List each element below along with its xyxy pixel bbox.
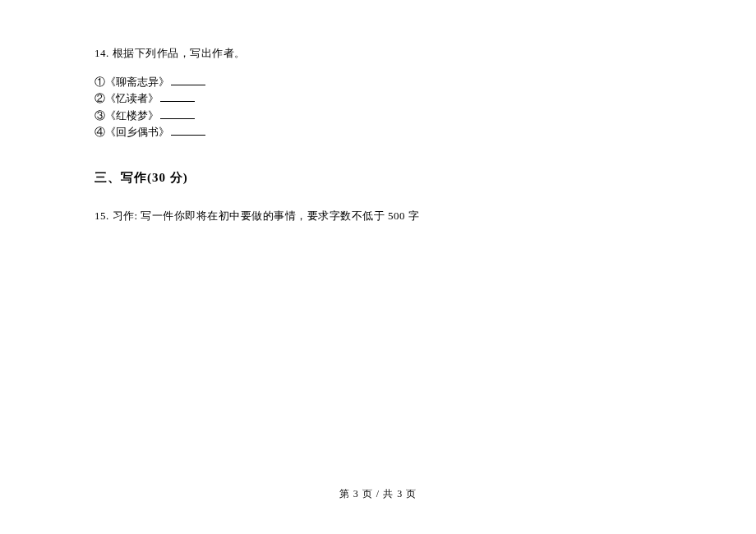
question-number: 14. [94, 47, 109, 59]
list-item: ①《聊斋志异》 [94, 74, 662, 90]
answer-blank[interactable] [171, 75, 205, 85]
page-footer: 第 3 页 / 共 3 页 [0, 487, 756, 501]
question-number: 15. [94, 209, 109, 222]
answer-blank[interactable] [160, 91, 195, 102]
item-number: ① [94, 76, 105, 88]
question-prompt-text: 习作: 写一件你即将在初中要做的事情，要求字数不低于 500 字 [113, 209, 420, 222]
item-title: 《聊斋志异》 [105, 76, 169, 88]
list-item: ③《红楼梦》 [94, 108, 662, 124]
item-title: 《红楼梦》 [105, 109, 159, 122]
question-15: 15. 习作: 写一件你即将在初中要做的事情，要求字数不低于 500 字 [94, 207, 448, 225]
question-14: 14. 根据下列作品，写出作者。 ①《聊斋志异》 ②《忆读者》 ③《红楼梦》 ④… [94, 45, 662, 140]
item-title: 《忆读者》 [105, 92, 159, 104]
item-number: ③ [94, 109, 105, 122]
question-14-items: ①《聊斋志异》 ②《忆读者》 ③《红楼梦》 ④《回乡偶书》 [94, 74, 662, 140]
list-item: ④《回乡偶书》 [94, 124, 662, 140]
item-title: 《回乡偶书》 [105, 126, 169, 138]
item-number: ② [94, 92, 105, 104]
section-3-header: 三、写作(30 分) [94, 170, 662, 186]
page-content: 14. 根据下列作品，写出作者。 ①《聊斋志异》 ②《忆读者》 ③《红楼梦》 ④… [0, 0, 756, 225]
item-number: ④ [94, 126, 105, 138]
answer-blank[interactable] [160, 108, 195, 119]
question-prompt-text: 根据下列作品，写出作者。 [113, 47, 246, 59]
list-item: ②《忆读者》 [94, 90, 662, 107]
question-14-prompt: 14. 根据下列作品，写出作者。 [94, 45, 662, 62]
answer-blank[interactable] [171, 125, 205, 136]
